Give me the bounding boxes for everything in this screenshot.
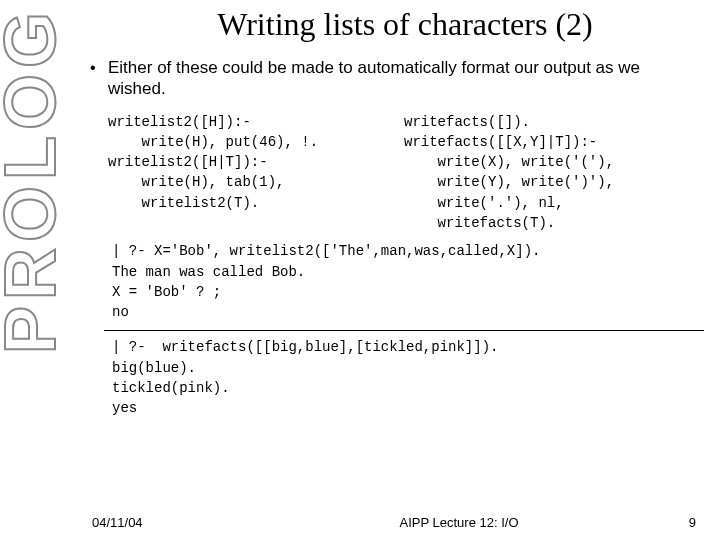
bullet-text: Either of these could be made to automat… <box>108 57 690 100</box>
slide-title: Writing lists of characters (2) <box>90 6 720 43</box>
slide-content: Writing lists of characters (2) • Either… <box>60 0 720 540</box>
query-block-2: | ?- writefacts([[big,blue],[tickled,pin… <box>112 337 700 418</box>
slide: PROLOG Writing lists of characters (2) •… <box>0 0 720 540</box>
code-writefacts: writefacts([]). writefacts([[X,Y]|T]):- … <box>404 112 700 234</box>
divider <box>104 330 704 331</box>
footer: 04/11/04 AIPP Lecture 12: I/O 9 <box>0 515 720 530</box>
code-writelist2: writelist2([H]):- write(H), put(46), !. … <box>108 112 404 234</box>
query-block-1: | ?- X='Bob', writelist2(['The',man,was,… <box>112 241 700 322</box>
bullet-marker: • <box>90 57 108 77</box>
sidebar: PROLOG <box>0 0 60 540</box>
footer-page: 9 <box>616 515 696 530</box>
footer-lecture: AIPP Lecture 12: I/O <box>302 515 616 530</box>
code-columns: writelist2([H]):- write(H), put(46), !. … <box>108 112 700 234</box>
footer-date: 04/11/04 <box>92 515 302 530</box>
bullet-item: • Either of these could be made to autom… <box>90 57 690 100</box>
prolog-logo-text: PROLOG <box>0 6 66 354</box>
